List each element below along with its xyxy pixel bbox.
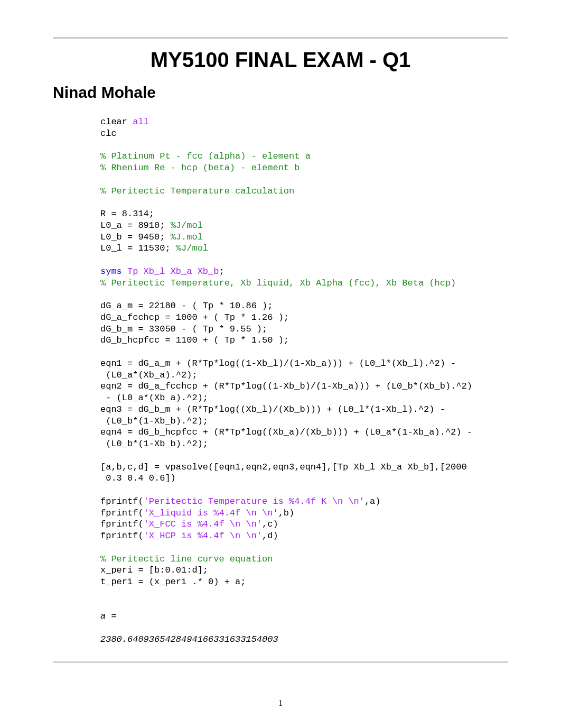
code-string: 'X_liquid is %4.4f \n \n' <box>144 508 278 518</box>
code-comment: %J.mol <box>171 232 203 242</box>
code-line: eqn3 = dG_b_m + (R*Tp*log((Xb_l)/(Xb_b))… <box>100 404 445 426</box>
code-text: ,b) <box>278 508 295 518</box>
code-line: clc <box>100 128 117 139</box>
code-line: L0_a = 8910; <box>100 220 171 231</box>
code-line: fprintf( <box>100 508 144 518</box>
top-horizontal-rule <box>53 37 508 39</box>
code-text: ,d) <box>262 531 278 541</box>
code-keyword-all: all <box>133 117 149 127</box>
code-line: t_peri = (x_peri .* 0) + a; <box>100 577 246 587</box>
code-line: dG_a_m = 22180 - ( Tp * 10.86 ); <box>100 301 273 311</box>
code-block: clear all clc % Platinum Pt - fcc (alpha… <box>100 116 503 646</box>
code-keyword: syms <box>100 266 127 277</box>
code-text: ; <box>219 266 224 277</box>
bottom-horizontal-rule <box>53 661 508 663</box>
code-line: eqn2 = dG_a_fcchcp + (R*Tp*log((1-Xb_b)/… <box>100 381 472 403</box>
output-line: a = <box>100 611 117 621</box>
code-comment: %J/mol <box>176 243 208 253</box>
code-line: fprintf( <box>100 531 144 541</box>
code-line: R = 8.314; <box>100 209 154 219</box>
code-line: dG_b_hcpfcc = 1100 + ( Tp * 1.50 ); <box>100 335 289 345</box>
code-line: eqn4 = dG_b_hcpfcc + (R*Tp*log((Xb_a)/(X… <box>100 427 472 449</box>
code-comment: %J/mol <box>171 220 203 231</box>
code-comment: % Peritectic Temperature calculation <box>100 186 294 196</box>
code-comment: % Peritectic Temperature, Xb liquid, Xb … <box>100 278 456 288</box>
document-page: MY5100 FINAL EXAM - Q1 Ninad Mohale clea… <box>0 0 561 728</box>
code-string: 'X_FCC is %4.4f \n \n' <box>144 519 262 529</box>
code-comment: % Peritectic line curve equation <box>100 554 273 564</box>
code-line: x_peri = [b:0.01:d]; <box>100 565 208 575</box>
code-text: ,c) <box>262 519 278 529</box>
code-line: fprintf( <box>100 496 144 506</box>
code-string: 'X_HCP is %4.4f \n \n' <box>144 531 262 541</box>
code-line: L0_b = 9450; <box>100 232 171 242</box>
document-title: MY5100 FINAL EXAM - Q1 <box>53 48 508 72</box>
code-line: L0_l = 11530; <box>100 243 176 253</box>
code-comment: % Rhenium Re - hcp (beta) - element b <box>100 163 300 173</box>
code-line: dG_a_fcchcp = 1000 + ( Tp * 1.26 ); <box>100 312 289 322</box>
code-text: ,a) <box>364 496 381 506</box>
code-line: clear <box>100 117 133 127</box>
code-comment: % Platinum Pt - fcc (alpha) - element a <box>100 151 311 161</box>
author-name: Ninad Mohale <box>53 84 508 102</box>
page-number: 1 <box>0 698 561 708</box>
code-line: dG_b_m = 33050 - ( Tp * 9.55 ); <box>100 324 267 334</box>
code-string: 'Peritectic Temperature is %4.4f K \n \n… <box>144 496 364 506</box>
code-line: eqn1 = dG_a_m + (R*Tp*log((1-Xb_l)/(1-Xb… <box>100 358 456 380</box>
code-syms: Tp Xb_l Xb_a Xb_b <box>127 266 219 277</box>
output-line: 2380.6409365428494166331633154003 <box>100 634 278 644</box>
code-line: fprintf( <box>100 519 144 529</box>
code-line: [a,b,c,d] = vpasolve([eqn1,eqn2,eqn3,eqn… <box>100 462 467 484</box>
